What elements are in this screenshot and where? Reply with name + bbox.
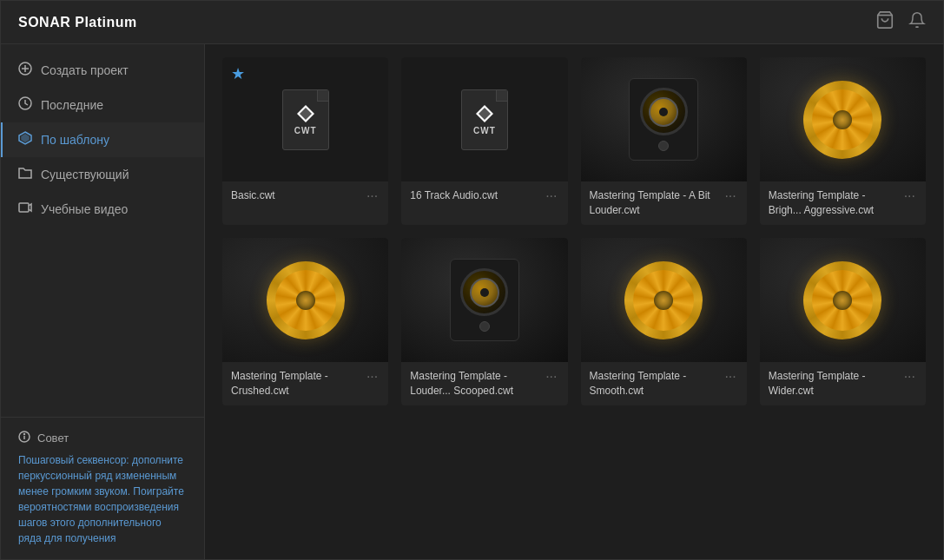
more-button[interactable]: ··· (723, 188, 737, 204)
sidebar-item-create[interactable]: Создать проект (1, 53, 204, 88)
template-thumbnail (581, 57, 747, 181)
template-thumbnail (401, 238, 567, 362)
svg-marker-6 (22, 135, 29, 142)
template-thumbnail (581, 238, 747, 362)
more-button[interactable]: ··· (544, 188, 558, 204)
template-name: Basic.cwt (231, 188, 361, 203)
template-name: Mastering Template - Wider.cwt (769, 369, 899, 399)
more-button[interactable]: ··· (365, 188, 380, 204)
template-icon (18, 131, 32, 148)
template-item-mastering2[interactable]: Mastering Template - Brigh... Aggressive… (760, 57, 926, 225)
sidebar-template-label: По шаблону (41, 133, 109, 147)
template-item-mastering3[interactable]: Mastering Template - Crushed.cwt ··· (222, 238, 388, 405)
content-area[interactable]: ★ CWT Basic.cwt ··· (205, 44, 943, 559)
sidebar-create-label: Создать проект (41, 63, 129, 77)
more-button[interactable]: ··· (902, 369, 917, 385)
more-button[interactable]: ··· (544, 369, 558, 385)
template-thumbnail: CWT (401, 57, 567, 181)
sidebar-item-existing[interactable]: Существующий (1, 157, 204, 192)
template-name: 16 Track Audio.cwt (410, 188, 540, 203)
tip-header: Совет (18, 431, 187, 445)
clock-icon (18, 96, 32, 114)
tip-section: Совет Пошаговый секвенсор: дополните пер… (1, 417, 204, 559)
tip-icon (18, 431, 30, 445)
template-name: Mastering Template - Smooth.cwt (590, 369, 720, 399)
tip-header-label: Совет (37, 432, 69, 445)
more-button[interactable]: ··· (902, 188, 917, 204)
template-name: Mastering Template - Brigh... Aggressive… (769, 188, 899, 218)
sidebar-recent-label: Последние (41, 98, 103, 112)
app-container: SONAR Platinum (0, 0, 944, 560)
sidebar-item-template[interactable]: По шаблону (1, 122, 204, 157)
template-footer: Basic.cwt ··· (222, 181, 388, 211)
header: SONAR Platinum (1, 1, 943, 44)
folder-icon (18, 166, 32, 183)
template-name: Mastering Template - Louder... Scooped.c… (410, 369, 540, 399)
template-thumbnail: ★ CWT (222, 57, 388, 181)
sidebar-item-recent[interactable]: Последние (1, 88, 204, 122)
template-footer: Mastering Template - Wider.cwt ··· (760, 362, 926, 405)
video-icon (18, 201, 32, 218)
more-button[interactable]: ··· (365, 369, 380, 385)
templates-grid: ★ CWT Basic.cwt ··· (222, 57, 926, 405)
template-item-mastering1[interactable]: Mastering Template - A Bit Louder.cwt ··… (581, 57, 747, 225)
sidebar-existing-label: Существующий (41, 168, 129, 181)
sidebar-video-label: Учебные видео (41, 202, 128, 216)
template-item-mastering4[interactable]: Mastering Template - Louder... Scooped.c… (401, 238, 567, 405)
template-footer: Mastering Template - Crushed.cwt ··· (222, 362, 388, 405)
main-layout: Создать проект Последние (1, 44, 943, 559)
template-item-basic[interactable]: ★ CWT Basic.cwt ··· (222, 57, 388, 225)
header-icons (875, 10, 926, 34)
template-thumbnail (222, 238, 388, 362)
svg-point-10 (24, 434, 25, 435)
svg-rect-7 (19, 203, 29, 212)
template-item-mastering6[interactable]: Mastering Template - Wider.cwt ··· (760, 238, 926, 405)
template-thumbnail (760, 57, 926, 181)
bell-icon[interactable] (908, 11, 926, 33)
template-footer: Mastering Template - Brigh... Aggressive… (760, 181, 926, 225)
template-footer: Mastering Template - Smooth.cwt ··· (581, 362, 747, 405)
template-name: Mastering Template - Crushed.cwt (231, 369, 361, 399)
app-title: SONAR Platinum (18, 15, 137, 30)
tip-text: Пошаговый секвенсор: дополните перкуссио… (18, 452, 187, 546)
more-button[interactable]: ··· (723, 369, 737, 385)
sidebar-nav: Создать проект Последние (1, 44, 204, 417)
sidebar-item-video[interactable]: Учебные видео (1, 192, 204, 227)
template-name: Mastering Template - A Bit Louder.cwt (590, 188, 720, 218)
template-footer: 16 Track Audio.cwt ··· (401, 181, 567, 211)
template-footer: Mastering Template - A Bit Louder.cwt ··… (581, 181, 747, 225)
plus-icon (18, 62, 32, 79)
cart-icon[interactable] (875, 10, 894, 34)
template-thumbnail (760, 238, 926, 362)
template-item-mastering5[interactable]: Mastering Template - Smooth.cwt ··· (581, 238, 747, 405)
template-item-16track[interactable]: CWT 16 Track Audio.cwt ··· (401, 57, 567, 225)
template-footer: Mastering Template - Louder... Scooped.c… (401, 362, 567, 405)
star-badge: ★ (231, 64, 245, 83)
sidebar: Создать проект Последние (1, 44, 205, 559)
